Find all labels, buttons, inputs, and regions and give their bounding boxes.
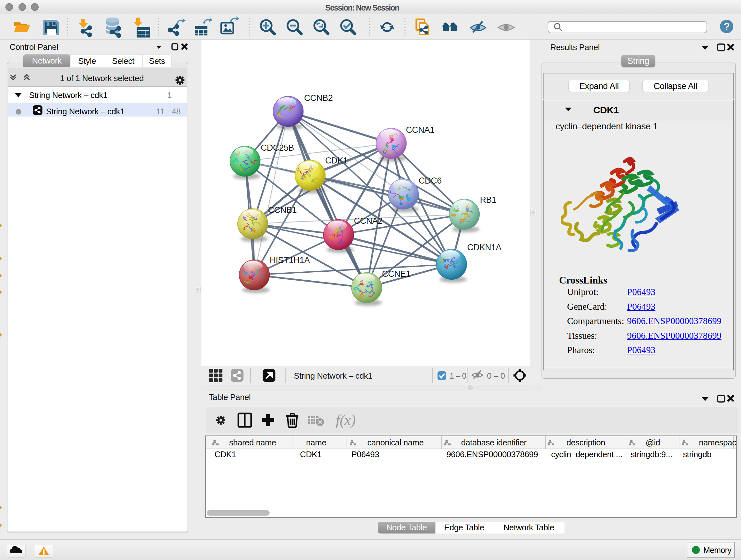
svg-text:CCNA1: CCNA1 <box>406 125 434 135</box>
svg-text:CDK1: CDK1 <box>325 156 347 165</box>
svg-text:String Network – cdk1: String Network – cdk1 <box>294 371 373 381</box>
svg-text:CDC25B: CDC25B <box>261 143 294 152</box>
svg-text:description: description <box>566 438 605 447</box>
svg-text:0 – 0: 0 – 0 <box>487 371 505 381</box>
svg-text:CDC6: CDC6 <box>419 176 442 186</box>
svg-text:?: ? <box>724 21 730 32</box>
svg-text:CDKN1A: CDKN1A <box>467 243 502 252</box>
svg-text:RB1: RB1 <box>480 195 496 205</box>
svg-text:HIST1H1A: HIST1H1A <box>270 255 310 265</box>
svg-text:database identifier: database identifier <box>461 438 527 447</box>
svg-text:CCNA2: CCNA2 <box>354 216 383 226</box>
svg-text:namespac: namespac <box>699 438 736 447</box>
svg-text:f(x): f(x) <box>336 412 355 428</box>
svg-text:name: name <box>306 438 326 447</box>
svg-text:shared name: shared name <box>229 438 276 447</box>
svg-text:CCNB2: CCNB2 <box>304 93 333 103</box>
svg-text:CCNB1: CCNB1 <box>268 205 297 215</box>
svg-text:@id: @id <box>646 438 660 447</box>
svg-text:canonical name: canonical name <box>367 438 424 447</box>
svg-text:CCNE1: CCNE1 <box>382 269 411 279</box>
svg-text:1 – 0: 1 – 0 <box>450 371 466 381</box>
